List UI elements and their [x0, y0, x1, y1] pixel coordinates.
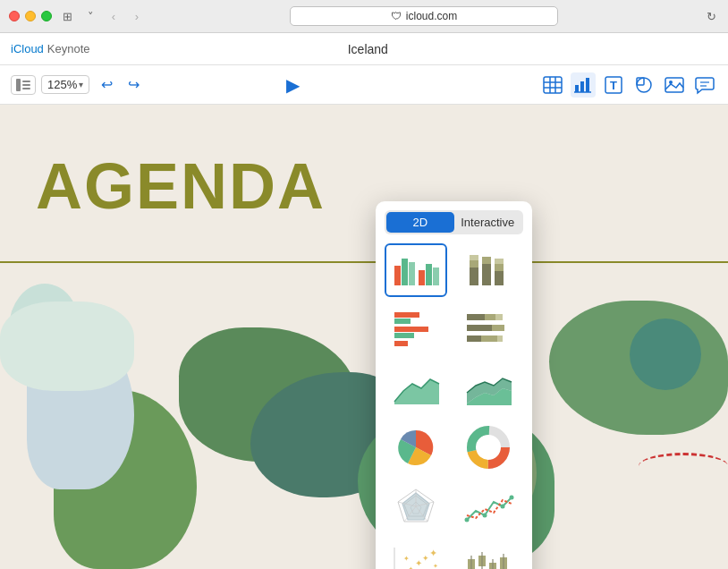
svg-rect-30 — [482, 264, 491, 285]
chart-item-line[interactable] — [457, 480, 520, 533]
document-title: Iceland — [90, 42, 646, 56]
reload-icon[interactable]: ↻ — [703, 8, 719, 24]
svg-point-64 — [482, 514, 487, 518]
svg-rect-26 — [433, 268, 439, 285]
svg-rect-45 — [467, 335, 481, 342]
insert-text-button[interactable]: T — [601, 72, 626, 98]
svg-rect-10 — [580, 81, 584, 92]
svg-rect-40 — [467, 314, 485, 320]
back-icon[interactable]: ‹ — [106, 8, 122, 24]
undo-redo-group: ↩ ↪ — [95, 73, 145, 97]
map-path — [639, 453, 728, 480]
svg-rect-25 — [426, 264, 432, 285]
svg-rect-43 — [467, 325, 492, 331]
bar-stacked-icon — [462, 248, 514, 293]
svg-text:✦: ✦ — [422, 554, 429, 563]
hbar-stacked-icon — [462, 307, 514, 352]
svg-rect-47 — [497, 335, 503, 342]
svg-rect-32 — [495, 271, 504, 285]
svg-rect-11 — [586, 78, 589, 92]
insert-shape-button[interactable] — [631, 72, 656, 98]
insert-chart-button[interactable] — [571, 72, 596, 98]
undo-button[interactable]: ↩ — [95, 73, 118, 97]
svg-rect-22 — [402, 259, 408, 285]
shield-icon: 🛡 — [391, 10, 402, 22]
chart-icon — [573, 76, 593, 94]
candlestick-icon — [462, 543, 514, 569]
svg-rect-2 — [22, 84, 30, 86]
title-bar: ⊞ ‌˅ ‹ › 🛡 icloud.com ↻ — [0, 0, 728, 32]
svg-rect-39 — [394, 341, 408, 346]
svg-text:✦: ✦ — [415, 558, 422, 568]
tab-interactive[interactable]: Interactive — [454, 212, 522, 233]
area-stacked-icon — [462, 366, 514, 411]
text-icon: T — [604, 75, 623, 95]
table-icon — [543, 76, 563, 94]
area-icon — [390, 366, 442, 411]
svg-rect-42 — [495, 314, 503, 320]
svg-rect-35 — [394, 312, 419, 318]
svg-rect-34 — [495, 259, 504, 264]
svg-rect-31 — [482, 257, 491, 264]
sidebar-button[interactable] — [11, 75, 36, 95]
zoom-dropdown-icon: ▾ — [79, 80, 83, 89]
svg-rect-44 — [492, 325, 504, 331]
media-icon — [665, 76, 684, 94]
app-bar: iCloud Keynote Iceland — [0, 33, 728, 65]
svg-rect-37 — [394, 327, 428, 332]
chart-item-area-stacked[interactable] — [457, 361, 520, 415]
tab-2d[interactable]: 2D — [386, 212, 454, 233]
chart-item-bar-grouped[interactable] — [385, 243, 447, 297]
svg-text:T: T — [610, 79, 617, 92]
close-button[interactable] — [9, 11, 20, 21]
chart-item-hbar-stacked[interactable] — [457, 302, 520, 356]
donut-icon — [462, 425, 514, 470]
svg-rect-28 — [470, 260, 478, 268]
chart-item-bar-stacked[interactable] — [457, 243, 520, 297]
svg-rect-46 — [481, 335, 497, 342]
line-icon — [462, 484, 514, 529]
svg-point-65 — [500, 505, 504, 509]
play-button[interactable]: ▶ — [286, 74, 300, 96]
address-bar[interactable]: 🛡 icloud.com — [290, 6, 558, 26]
svg-rect-23 — [409, 262, 415, 285]
svg-text:✦: ✦ — [408, 565, 414, 569]
svg-rect-29 — [470, 255, 478, 260]
chart-item-scatter[interactable]: ✦ ✦ ✦ ✦ ✦ ✦ ✦ — [385, 539, 447, 569]
chart-item-pie[interactable] — [385, 420, 447, 474]
sidebar-toggle-icon[interactable]: ⊞ — [59, 8, 75, 24]
browser-chrome: ⊞ ‌˅ ‹ › 🛡 icloud.com ↻ — [0, 0, 728, 33]
map-patch — [630, 318, 701, 390]
redo-button[interactable]: ↪ — [122, 73, 145, 97]
svg-point-53 — [481, 440, 495, 454]
map-patch — [0, 301, 134, 391]
insert-table-button[interactable] — [540, 72, 565, 98]
zoom-control[interactable]: 125% ▾ — [41, 75, 89, 94]
toolbar-left: 125% ▾ ↩ ↪ — [11, 73, 145, 97]
comment-icon — [695, 75, 715, 95]
svg-rect-33 — [495, 264, 504, 271]
toolbar: 125% ▾ ↩ ↪ ▶ — [0, 65, 728, 105]
chart-item-area[interactable] — [385, 361, 447, 415]
svg-text:✦: ✦ — [433, 563, 438, 569]
app-window: ⊞ ‌˅ ‹ › 🛡 icloud.com ↻ iCloud Keynote I… — [0, 0, 728, 569]
svg-text:✦: ✦ — [403, 555, 410, 563]
chart-picker-popup: 2D Interactive — [376, 201, 532, 569]
svg-rect-24 — [419, 270, 425, 285]
chart-item-candlestick[interactable] — [457, 539, 520, 569]
url-text: icloud.com — [406, 10, 457, 22]
chart-item-hbar-grouped[interactable] — [385, 302, 447, 356]
insert-media-button[interactable] — [662, 72, 687, 98]
chart-grid: ✦ ✦ ✦ ✦ ✦ ✦ ✦ — [385, 243, 523, 569]
svg-rect-21 — [394, 266, 401, 285]
chart-item-donut[interactable] — [457, 420, 520, 474]
minimize-button[interactable] — [25, 11, 36, 21]
svg-point-66 — [509, 496, 513, 500]
app-brand: iCloud Keynote — [11, 42, 90, 55]
chart-item-radar[interactable] — [385, 480, 447, 533]
maximize-button[interactable] — [41, 11, 52, 21]
forward-icon[interactable]: › — [129, 8, 145, 24]
svg-rect-9 — [575, 85, 579, 92]
insert-comment-button[interactable] — [692, 72, 717, 98]
sidebar-icon — [16, 79, 30, 91]
